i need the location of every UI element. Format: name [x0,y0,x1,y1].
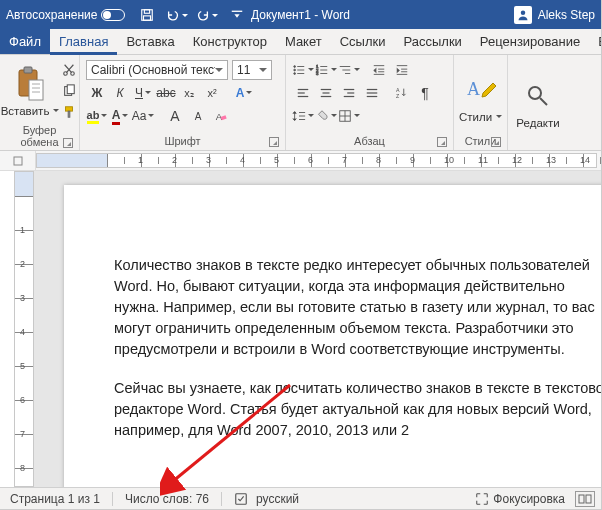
title-bar: Автосохранение Документ1 - Word Aleks St… [0,0,601,29]
strikethrough-button[interactable]: abc [155,83,177,103]
chevron-down-icon [306,63,314,77]
tab-file[interactable]: Файл [0,29,50,54]
dialog-launcher-icon[interactable] [491,137,501,147]
group-font: Calibri (Основной текст 11 Ж К Ч abc x₂ … [80,55,286,150]
font-family-combo[interactable]: Calibri (Основной текст [86,60,228,80]
status-page[interactable]: Страница 1 из 1 [6,492,104,506]
user-name[interactable]: Aleks Step [538,8,595,22]
copy-icon[interactable] [58,81,80,101]
vertical-ruler[interactable]: 123456789 [14,171,34,487]
svg-rect-1 [145,9,150,13]
user-avatar-icon[interactable] [514,6,532,24]
subscript-button[interactable]: x₂ [178,83,200,103]
ribbon-tabs: Файл Главная Вставка Конструктор Макет С… [0,29,601,55]
autosave-toggle[interactable]: Автосохранение [6,8,125,22]
format-painter-icon[interactable] [58,102,80,122]
svg-rect-65 [14,157,22,165]
svg-point-21 [294,69,296,71]
autosave-label: Автосохранение [6,8,97,22]
font-size-combo[interactable]: 11 [232,60,272,80]
dialog-launcher-icon[interactable] [63,138,73,148]
qat-customize-icon[interactable] [225,4,249,26]
multilevel-list-button[interactable] [338,60,360,80]
paste-label: Вставить [1,105,50,117]
svg-rect-6 [24,67,32,73]
bold-button[interactable]: Ж [86,83,108,103]
horizontal-ruler-area: 123456789101112131415 [0,151,601,171]
tab-layout[interactable]: Макет [276,29,331,54]
save-icon[interactable] [135,4,159,26]
font-color-button[interactable]: A [109,106,131,126]
decrease-indent-button[interactable] [368,60,390,80]
editing-button[interactable]: Редакти [512,58,564,145]
status-language[interactable]: русский [252,492,303,506]
clear-formatting-button[interactable]: A [210,106,232,126]
document-area: 123456789 Количество знаков в тексте ред… [0,171,601,487]
status-word-count[interactable]: Число слов: 76 [121,492,213,506]
align-center-button[interactable] [315,83,337,103]
increase-indent-button[interactable] [391,60,413,80]
chevron-down-icon [329,63,337,77]
italic-button[interactable]: К [109,83,131,103]
justify-button[interactable] [361,83,383,103]
tab-review[interactable]: Рецензирование [471,29,589,54]
styles-icon: A [465,69,497,111]
horizontal-ruler[interactable]: 123456789101112131415 [36,153,597,168]
svg-rect-7 [29,80,43,100]
change-case-button[interactable]: Aa [132,106,154,126]
tab-mailings[interactable]: Рассылки [394,29,470,54]
styles-button[interactable]: A Стили [458,58,503,133]
borders-button[interactable] [338,106,360,126]
chevron-down-icon [306,109,314,123]
shrink-font-button[interactable]: A [187,106,209,126]
focus-mode-button[interactable]: Фокусировка [471,492,569,506]
svg-text:Z: Z [396,93,400,99]
tab-design[interactable]: Конструктор [184,29,276,54]
chevron-down-icon [143,86,151,100]
paste-icon [15,63,45,105]
svg-text:A: A [467,79,480,99]
line-spacing-button[interactable] [292,106,314,126]
group-label-paragraph: Абзац [290,133,449,150]
tab-insert[interactable]: Вставка [117,29,183,54]
dialog-launcher-icon[interactable] [269,137,279,147]
svg-point-23 [294,73,296,75]
page-container: Количество знаков в тексте редко интерес… [34,171,601,487]
grow-font-button[interactable]: A [164,106,186,126]
align-right-button[interactable] [338,83,360,103]
sort-button[interactable]: AZ [391,83,413,103]
svg-text:A: A [396,87,400,93]
align-left-button[interactable] [292,83,314,103]
tab-view[interactable]: Вид [589,29,602,54]
tab-references[interactable]: Ссылки [331,29,395,54]
chevron-down-icon [352,63,360,77]
toggle-switch-icon [101,9,125,21]
paragraph-2: Сейчас вы узнаете, как посчитать количес… [114,378,601,441]
tab-home[interactable]: Главная [50,29,117,54]
read-mode-icon[interactable] [575,491,595,507]
paste-button[interactable]: Вставить [4,58,56,122]
bullets-button[interactable] [292,60,314,80]
underline-button[interactable]: Ч [132,83,154,103]
numbering-button[interactable]: 123 [315,60,337,80]
svg-rect-14 [67,85,74,94]
group-label-styles: Стили [458,133,503,150]
show-marks-button[interactable]: ¶ [414,83,436,103]
text-effects-button[interactable]: A [233,83,255,103]
undo-icon[interactable] [165,4,189,26]
paragraph-1: Количество знаков в тексте редко интерес… [114,255,601,360]
highlight-color-button[interactable]: ab [86,106,108,126]
ruler-corner[interactable] [0,151,36,170]
group-label-clipboard: Буфер обмена [4,122,75,151]
chevron-down-icon [99,109,107,123]
svg-rect-16 [68,111,70,117]
shading-button[interactable] [315,106,337,126]
svg-rect-69 [586,495,591,503]
superscript-button[interactable]: x² [201,83,223,103]
cut-icon[interactable] [58,60,80,80]
status-proofing-icon[interactable] [230,492,252,506]
dialog-launcher-icon[interactable] [437,137,447,147]
redo-icon[interactable] [195,4,219,26]
document-page[interactable]: Количество знаков в тексте редко интерес… [64,185,601,487]
find-icon [525,75,551,117]
